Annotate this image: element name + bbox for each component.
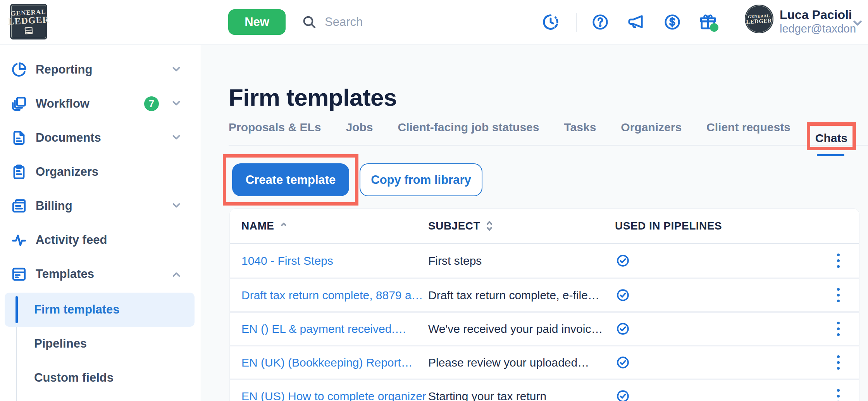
template-subject: Draft tax return complete, e-file…	[428, 289, 615, 302]
sidebar-item-label: Templates	[36, 267, 94, 281]
history-clock-icon[interactable]	[542, 13, 560, 31]
chevron-down-icon	[170, 131, 182, 144]
sidebar-item-workflow[interactable]: Workflow 7	[0, 87, 200, 121]
template-name-link[interactable]: Draft tax return complete, 8879 a…	[241, 289, 423, 302]
templates-submenu: Firm templates Pipelines Custom fields	[0, 293, 200, 395]
search-icon	[301, 14, 317, 30]
kebab-menu-icon[interactable]	[827, 353, 849, 372]
template-subject: Starting your tax return	[428, 390, 615, 401]
column-header-subject[interactable]: SUBJECT	[428, 220, 615, 232]
check-circle-icon	[617, 289, 629, 302]
tab-proposals-els[interactable]: Proposals & ELs	[229, 121, 321, 145]
announcements-icon[interactable]	[627, 13, 645, 31]
kebab-menu-icon[interactable]	[827, 286, 849, 305]
help-icon[interactable]	[591, 13, 609, 31]
pulse-icon	[11, 232, 27, 248]
sidebar-item-label: Reporting	[36, 63, 92, 77]
tab-client-facing-job-statuses[interactable]: Client-facing job statuses	[398, 121, 539, 145]
layers-icon	[11, 96, 27, 112]
user-name: Luca Pacioli	[780, 8, 852, 22]
tab-jobs[interactable]: Jobs	[346, 121, 373, 145]
template-name-link[interactable]: 1040 - First Steps	[241, 254, 333, 267]
sidebar-item-label: Workflow	[36, 97, 90, 111]
used-in-pipelines-cell	[615, 289, 827, 302]
create-template-button[interactable]: Create template	[232, 163, 349, 196]
sidebar-nav: Reporting Workflow 7 Documents Organizer…	[0, 45, 200, 401]
page-title: Firm templates	[229, 84, 397, 111]
user-email: ledger@taxdon	[780, 22, 856, 35]
kebab-menu-icon[interactable]	[827, 319, 849, 338]
kebab-menu-icon[interactable]	[827, 251, 849, 270]
user-avatar[interactable]: GENERAL LEDGER	[745, 5, 773, 33]
sidebar-item-custom-fields[interactable]: Custom fields	[0, 361, 200, 395]
template-name-link[interactable]: EN (UK) (Bookkeeping) Report…	[241, 356, 413, 369]
kebab-menu-icon[interactable]	[827, 387, 849, 401]
table-row: 1040 - First Steps First steps	[230, 244, 859, 278]
new-button[interactable]: New	[228, 9, 286, 35]
sidebar-subitem-label: Custom fields	[34, 371, 114, 385]
gift-icon[interactable]	[699, 13, 717, 31]
check-circle-icon	[617, 390, 629, 401]
used-in-pipelines-cell	[615, 322, 827, 335]
table-row: EN (UK) (Bookkeeping) Report… Please rev…	[230, 345, 859, 379]
sidebar-item-reporting[interactable]: Reporting	[0, 53, 200, 87]
main-content: Firm templates Proposals & ELs Jobs Clie…	[201, 45, 868, 401]
sort-both-icon	[486, 220, 493, 231]
sidebar-subitem-label: Pipelines	[34, 337, 87, 351]
sidebar-item-label: Activity feed	[36, 233, 107, 247]
clipboard-icon	[11, 164, 27, 180]
sidebar-item-activity-feed[interactable]: Activity feed	[0, 223, 200, 257]
used-in-pipelines-cell	[615, 390, 827, 401]
table-row: Draft tax return complete, 8879 a… Draft…	[230, 278, 859, 311]
active-indicator-bar	[16, 296, 18, 323]
table-row: EN () EL & payment received.… We've rece…	[230, 311, 859, 345]
check-circle-icon	[617, 322, 629, 335]
table-row: EN (US) How to complete organizer Starti…	[230, 379, 859, 401]
sidebar-item-documents[interactable]: Documents	[0, 121, 200, 155]
template-name-link[interactable]: EN (US) How to complete organizer	[241, 390, 426, 401]
top-header: GENERAL LEDGER New GENERAL LEDGER Luca P…	[0, 0, 868, 45]
sort-asc-icon	[279, 220, 288, 229]
tab-organizers[interactable]: Organizers	[621, 121, 682, 145]
search-input[interactable]	[325, 15, 487, 29]
receipts-icon	[11, 198, 27, 214]
sidebar-item-pipelines[interactable]: Pipelines	[0, 327, 200, 361]
check-circle-icon	[617, 254, 629, 267]
chevron-up-icon	[170, 267, 182, 281]
sidebar-item-organizers[interactable]: Organizers	[0, 155, 200, 189]
annotation-box-create-template: Create template	[223, 154, 358, 206]
sidebar-item-label: Organizers	[36, 165, 98, 179]
copy-from-library-button[interactable]: Copy from library	[360, 163, 482, 196]
template-subject: First steps	[428, 254, 615, 267]
sidebar-item-label: Documents	[36, 131, 101, 145]
template-tabs: Proposals & ELs Jobs Client-facing job s…	[229, 121, 868, 146]
used-in-pipelines-cell	[615, 254, 827, 267]
table-header-row: NAME SUBJECT USED IN PIPELINES	[230, 209, 859, 244]
sidebar-item-firm-templates[interactable]: Firm templates	[5, 293, 195, 327]
column-header-name[interactable]: NAME	[241, 220, 428, 232]
logo-text-line2: LEDGER	[8, 15, 50, 26]
sidebar-item-templates[interactable]: Templates	[0, 257, 200, 291]
sidebar-item-billing[interactable]: Billing	[0, 189, 200, 223]
tab-chats[interactable]: Chats	[815, 132, 847, 155]
user-menu-chevron-down-icon[interactable]	[851, 16, 864, 31]
templates-table: NAME SUBJECT USED IN PIPELINES 1040 - Fi…	[229, 208, 859, 401]
used-in-pipelines-cell	[615, 356, 827, 369]
sidebar-subitem-label: Firm templates	[34, 303, 120, 317]
billing-dollar-icon[interactable]	[663, 13, 681, 31]
pie-chart-icon	[11, 62, 27, 78]
header-divider	[576, 13, 577, 32]
chevron-down-icon	[170, 63, 182, 76]
chevron-down-icon	[170, 199, 182, 212]
template-subject: We've received your paid invoic…	[428, 322, 615, 336]
chevron-down-icon	[170, 97, 182, 110]
app-logo[interactable]: GENERAL LEDGER	[10, 4, 47, 39]
template-subject: Please review your uploaded…	[428, 356, 615, 369]
template-name-link[interactable]: EN () EL & payment received.…	[241, 322, 406, 335]
tab-client-requests[interactable]: Client requests	[706, 121, 790, 145]
column-header-used-in-pipelines: USED IN PIPELINES	[615, 220, 827, 232]
document-icon	[11, 130, 27, 146]
global-search	[301, 12, 487, 33]
workflow-count-badge: 7	[144, 96, 159, 111]
tab-tasks[interactable]: Tasks	[564, 121, 596, 145]
